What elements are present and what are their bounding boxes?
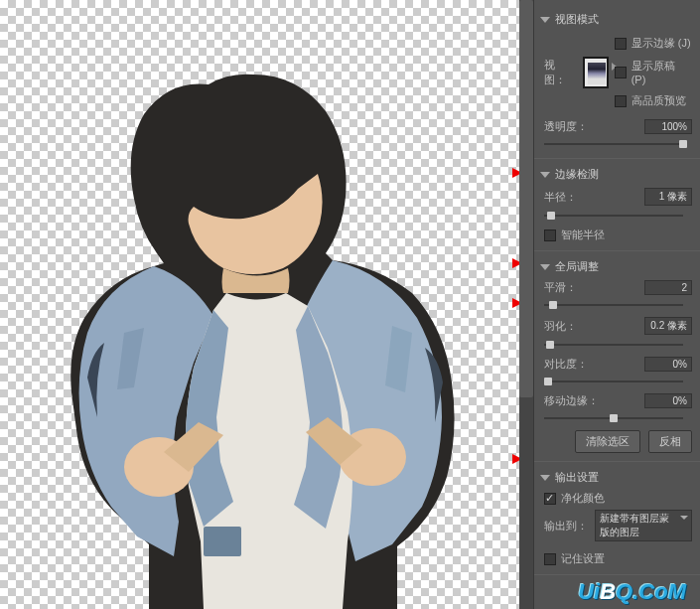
slider-thumb[interactable] [547,212,555,220]
divider [534,250,700,251]
smooth-value[interactable]: 2 [644,280,692,295]
opacity-value[interactable]: 100% [644,119,692,134]
slider-thumb[interactable] [544,378,552,385]
slider-thumb[interactable] [679,140,687,148]
section-edge-detect[interactable]: 边缘检测 [540,167,692,182]
view-thumbnail-picker[interactable] [583,57,609,88]
contrast-label: 对比度： [544,357,588,372]
remember-settings-checkbox[interactable] [544,553,556,565]
radius-value[interactable]: 1 像素 [644,188,692,206]
shift-edge-label: 移动边缘： [544,393,600,408]
chevron-down-icon [540,475,550,481]
scrollbar-thumb[interactable] [519,0,533,397]
callout-arrow [485,256,522,270]
smart-radius-label: 智能半径 [561,228,605,242]
smart-radius-checkbox[interactable] [544,229,556,241]
output-to-label: 输出到： [544,519,588,533]
show-edge-label: 显示边缘 (J) [631,36,691,51]
feather-label: 羽化： [544,319,582,334]
chevron-down-icon [540,172,550,178]
section-view-mode[interactable]: 视图模式 [540,12,692,27]
svg-rect-2 [204,527,241,556]
section-global-adjust[interactable]: 全局调整 [540,259,692,274]
clear-selection-button[interactable]: 清除选区 [575,430,640,453]
feather-slider[interactable] [544,339,683,351]
section-title: 输出设置 [555,470,599,485]
smooth-label: 平滑： [544,280,582,295]
thumbnail-preview [588,63,606,84]
watermark: UiBQ.CoM [578,579,686,605]
callout-arrow [485,452,522,466]
section-title: 全局调整 [555,259,599,274]
show-original-label: 显示原稿 (P) [631,59,692,85]
chevron-down-icon [540,264,550,270]
opacity-slider[interactable] [544,138,683,150]
show-original-checkbox[interactable] [615,67,627,78]
radius-label: 半径： [544,190,582,205]
shift-edge-slider[interactable] [544,412,683,424]
chevron-down-icon [540,17,550,23]
high-quality-label: 高品质预览 [631,93,686,108]
shift-edge-value[interactable]: 0% [644,393,692,408]
radius-slider[interactable] [544,210,683,222]
output-to-dropdown[interactable]: 新建带有图层蒙版的图层 [595,510,692,541]
slider-thumb[interactable] [546,341,554,349]
callout-arrow [485,166,522,180]
section-title: 视图模式 [555,12,599,27]
view-label: 视图： [544,58,577,87]
decontaminate-checkbox[interactable] [544,493,556,505]
show-edge-checkbox[interactable] [615,38,627,50]
remember-settings-label: 记住设置 [561,551,605,566]
decontaminate-label: 净化颜色 [561,491,605,506]
section-title: 边缘检测 [555,167,599,182]
callout-arrow [485,296,522,310]
slider-thumb[interactable] [549,301,557,309]
canvas-area [0,0,519,609]
divider [534,158,700,159]
divider [534,574,700,575]
invert-button[interactable]: 反相 [648,430,692,453]
contrast-slider[interactable] [544,376,683,387]
opacity-label: 透明度： [544,119,588,134]
slider-thumb[interactable] [610,414,618,422]
divider [534,461,700,462]
feather-value[interactable]: 0.2 像素 [644,317,692,335]
subject-image [30,70,487,609]
smooth-slider[interactable] [544,299,683,311]
contrast-value[interactable]: 0% [644,357,692,372]
properties-panel: 视图模式 视图： 显示边缘 (J) 显示原稿 (P) 高品质预览 透明度：100… [533,0,700,609]
section-output[interactable]: 输出设置 [540,470,692,485]
high-quality-checkbox[interactable] [615,95,627,107]
canvas-scrollbar[interactable] [519,0,533,609]
